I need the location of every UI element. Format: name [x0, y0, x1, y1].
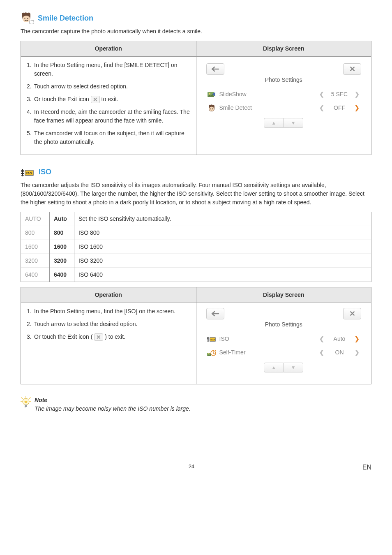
svg-point-40 [25, 407, 25, 407]
back-button[interactable] [206, 308, 224, 319]
self-timer-label: Self-Timer [219, 348, 316, 357]
smile-intro: The camcorder capture the photo automati… [21, 27, 371, 36]
up-button[interactable]: ▲ [264, 118, 284, 128]
note-body: The image may become noisy when the ISO … [35, 405, 191, 413]
operation-header: Operation [21, 41, 196, 57]
table-row: 64006400ISO 6400 [21, 268, 371, 282]
svg-rect-16 [21, 173, 22, 174]
table-row: 32003200ISO 3200 [21, 254, 371, 268]
svg-rect-15 [21, 171, 22, 172]
svg-rect-27 [207, 338, 208, 339]
table-row: 800800ISO 800 [21, 226, 371, 240]
svg-rect-28 [207, 340, 208, 340]
smile-heading-text: Smile Detection [38, 13, 93, 24]
svg-rect-32 [208, 340, 209, 340]
svg-point-9 [212, 108, 213, 109]
chevron-right-icon[interactable]: ❯ [354, 104, 360, 112]
lightbulb-icon [21, 396, 31, 408]
svg-rect-20 [23, 173, 24, 174]
self-timer-row: Self-Timer ❮ ON ❯ [204, 346, 364, 359]
svg-text:ISO: ISO [210, 338, 215, 341]
chevron-right-icon[interactable]: ❯ [354, 348, 360, 357]
iso-heading: ISO ISO [21, 166, 371, 178]
smile-detect-label: Smile Detect [219, 104, 316, 112]
smile-detection-heading: Smile Detection [21, 12, 371, 24]
operation-header: Operation [21, 287, 196, 303]
list-item: 1.In the Photo Setting menu, find the [S… [27, 61, 190, 78]
svg-point-2 [27, 18, 28, 19]
note-title: Note [35, 396, 191, 405]
iso-intro: The camcorder adjusts the ISO sensitivit… [21, 181, 371, 207]
slideshow-icon [207, 90, 216, 99]
exit-button[interactable]: ✕ [343, 63, 361, 75]
chevron-left-icon[interactable]: ❮ [318, 90, 325, 99]
svg-point-1 [24, 18, 25, 19]
iso-settings-table: AUTOAutoSet the ISO sensitivity automati… [21, 212, 371, 282]
down-button[interactable]: ▼ [284, 363, 303, 372]
list-item: 4.In Record mode, aim the camcorder at t… [27, 108, 190, 125]
back-button[interactable] [206, 63, 224, 75]
slideshow-label: SlideShow [219, 90, 316, 99]
iso-display-screen: ✕ Photo Settings ISO ISO ❮ Auto ❯ Sel [202, 307, 366, 380]
svg-point-7 [209, 106, 214, 111]
svg-point-8 [210, 108, 211, 109]
svg-rect-17 [21, 175, 22, 176]
page-number: 24 [21, 462, 362, 472]
svg-rect-30 [208, 337, 209, 338]
slideshow-value: 5 SEC [328, 90, 350, 99]
svg-rect-3 [30, 21, 34, 24]
iso-icon: ISO [21, 167, 35, 177]
list-item: 5.The camcorder will focus on the subjec… [27, 129, 190, 146]
svg-text:ISO: ISO [26, 171, 32, 175]
iso-item-icon: ISO [207, 335, 216, 343]
table-row: 16001600ISO 1600 [21, 240, 371, 254]
svg-rect-25 [208, 337, 208, 342]
photo-settings-title: Photo Settings [204, 76, 364, 84]
svg-rect-19 [23, 171, 24, 172]
table-row: AUTOAutoSet the ISO sensitivity automati… [21, 212, 371, 226]
slideshow-row: SlideShow ❮ 5 SEC ❯ [204, 88, 364, 101]
smile-operation-list: 1.In the Photo Setting menu, find the [S… [27, 61, 190, 146]
svg-rect-21 [23, 175, 24, 176]
exit-button[interactable]: ✕ [343, 308, 361, 319]
photo-settings-title: Photo Settings [204, 320, 364, 329]
language-code: EN [362, 462, 371, 472]
chevron-left-icon[interactable]: ❮ [318, 104, 325, 112]
iso-operation-list: 1.In the Photo Setting menu, find the [I… [27, 307, 190, 341]
svg-rect-29 [207, 341, 208, 341]
svg-point-6 [209, 93, 210, 95]
note-block: Note The image may become noisy when the… [21, 396, 371, 413]
svg-rect-13 [22, 169, 23, 176]
smile-table: Operation Display Screen 1.In the Photo … [21, 41, 371, 155]
smile-display-screen: ✕ Photo Settings SlideShow ❮ 5 SEC ❯ [202, 61, 366, 135]
smile-detect-row: Smile Detect ❮ OFF ❯ [204, 101, 364, 115]
chevron-left-icon[interactable]: ❮ [318, 348, 325, 357]
iso-row: ISO ISO ❮ Auto ❯ [204, 332, 364, 346]
list-item: 2.Touch arrow to select desired option. [27, 82, 190, 91]
self-timer-value: ON [328, 348, 350, 357]
svg-rect-18 [23, 170, 24, 171]
close-icon: ✕ [94, 333, 103, 341]
smile-detect-icon [207, 104, 216, 112]
chevron-left-icon[interactable]: ❮ [318, 335, 325, 343]
iso-value: Auto [328, 335, 350, 343]
chevron-right-icon[interactable]: ❯ [354, 90, 360, 99]
svg-rect-33 [208, 341, 209, 341]
self-timer-icon [207, 349, 216, 357]
footer: 24 EN [21, 462, 371, 472]
display-screen-header: Display Screen [196, 41, 371, 57]
chevron-right-icon[interactable]: ❯ [354, 335, 360, 343]
down-button[interactable]: ▼ [284, 118, 303, 128]
svg-rect-31 [208, 338, 209, 339]
iso-heading-text: ISO [39, 166, 51, 178]
list-item: 3.Or touch the Exit icon ( ✕ ) to exit. [27, 333, 190, 341]
svg-rect-14 [21, 170, 22, 171]
close-icon: ✕ [91, 96, 100, 103]
svg-rect-37 [212, 350, 214, 351]
list-item: 2.Touch arrow to select the desired opti… [27, 320, 190, 328]
list-item: 1.In the Photo Setting menu, find the [I… [27, 307, 190, 316]
svg-point-35 [208, 353, 209, 354]
up-button[interactable]: ▲ [264, 363, 284, 372]
list-item: 3.Or touch the Exit icon ✕ to exit. [27, 95, 190, 104]
iso-label: ISO [219, 335, 316, 343]
